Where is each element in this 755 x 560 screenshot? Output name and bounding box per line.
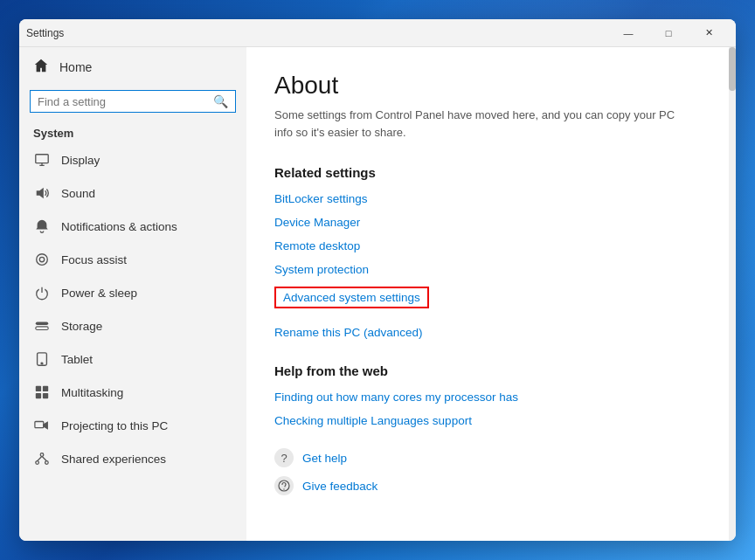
sidebar-item-power[interactable]: Power & sleep (19, 276, 246, 309)
window-title: Settings (26, 27, 608, 39)
related-settings-section: Related settings BitLocker settings Devi… (274, 165, 701, 339)
focus-icon (33, 251, 51, 268)
bitlocker-link[interactable]: BitLocker settings (274, 192, 701, 205)
svg-point-17 (45, 461, 49, 465)
svg-line-19 (42, 456, 46, 460)
sound-label: Sound (61, 187, 95, 200)
multitasking-icon (33, 384, 51, 401)
feedback-label: Give feedback (302, 480, 378, 493)
svg-rect-7 (36, 327, 48, 330)
advanced-system-link[interactable]: Advanced system settings (274, 287, 429, 308)
svg-marker-3 (37, 188, 44, 199)
svg-rect-11 (43, 386, 48, 391)
sidebar-item-home[interactable]: Home (19, 47, 246, 86)
help-section: Help from the web Finding out how many c… (274, 363, 701, 427)
svg-rect-6 (36, 322, 48, 326)
feedback-icon (274, 476, 294, 495)
sidebar-item-multitasking[interactable]: Multitasking (19, 376, 246, 409)
remote-desktop-link[interactable]: Remote desktop (274, 239, 701, 252)
bottom-links: ? Get help Give feedback (274, 448, 701, 495)
settings-window: Settings — □ ✕ Home 🔍 (19, 19, 736, 541)
svg-rect-12 (36, 393, 41, 398)
display-icon (33, 151, 51, 169)
projecting-icon (33, 417, 51, 434)
svg-rect-13 (43, 393, 48, 398)
svg-point-5 (39, 257, 44, 261)
content-area: Home 🔍 System Display (19, 47, 736, 541)
minimize-button[interactable]: — (608, 19, 648, 47)
rename-pc-link[interactable]: Rename this PC (advanced) (274, 326, 701, 339)
search-input[interactable] (38, 95, 208, 108)
multitasking-label: Multitasking (61, 386, 123, 399)
svg-rect-0 (36, 155, 48, 163)
notifications-icon (33, 218, 51, 235)
search-icon: 🔍 (213, 94, 228, 108)
get-help-link[interactable]: ? Get help (274, 448, 701, 467)
display-label: Display (61, 154, 100, 167)
related-settings-header: Related settings (274, 165, 701, 180)
main-panel: About Some settings from Control Panel h… (246, 47, 729, 541)
get-help-icon: ? (274, 448, 294, 467)
sidebar-item-sound[interactable]: Sound (19, 176, 246, 210)
svg-rect-14 (35, 422, 44, 428)
sidebar-item-shared[interactable]: Shared experiences (19, 442, 246, 475)
sidebar: Home 🔍 System Display (19, 47, 246, 541)
scrollbar-thumb[interactable] (729, 47, 736, 91)
storage-label: Storage (61, 320, 102, 333)
sidebar-item-tablet[interactable]: Tablet (19, 342, 246, 376)
maximize-button[interactable]: □ (648, 19, 689, 47)
sidebar-item-display[interactable]: Display (19, 143, 246, 176)
storage-icon (33, 317, 51, 335)
system-section-header: System (19, 120, 246, 143)
feedback-link[interactable]: Give feedback (274, 476, 701, 495)
svg-line-18 (38, 456, 42, 460)
cores-link[interactable]: Finding out how many cores my processor … (274, 391, 701, 404)
svg-point-15 (40, 453, 44, 457)
sidebar-item-focus[interactable]: Focus assist (19, 243, 246, 276)
window-controls: — □ ✕ (608, 19, 729, 47)
close-button[interactable]: ✕ (689, 19, 729, 47)
titlebar: Settings — □ ✕ (19, 19, 736, 47)
get-help-label: Get help (302, 452, 347, 465)
page-subtitle: Some settings from Control Panel have mo… (274, 107, 694, 141)
languages-link[interactable]: Checking multiple Languages support (274, 414, 701, 427)
home-icon (33, 58, 49, 76)
scrollbar-track[interactable] (729, 47, 736, 541)
projecting-label: Projecting to this PC (61, 419, 168, 432)
notifications-label: Notifications & actions (61, 220, 177, 233)
focus-label: Focus assist (61, 253, 127, 266)
svg-point-9 (41, 363, 43, 364)
search-box[interactable]: 🔍 (30, 90, 236, 113)
page-title: About (274, 72, 701, 100)
device-manager-link[interactable]: Device Manager (274, 216, 701, 229)
sound-icon (33, 184, 51, 202)
system-protection-link[interactable]: System protection (274, 263, 701, 276)
tablet-icon (33, 350, 51, 368)
sidebar-item-notifications[interactable]: Notifications & actions (19, 210, 246, 243)
sidebar-item-projecting[interactable]: Projecting to this PC (19, 409, 246, 442)
svg-point-16 (36, 461, 39, 465)
power-icon (33, 284, 51, 301)
home-label: Home (59, 60, 92, 74)
shared-icon (33, 450, 51, 467)
help-section-header: Help from the web (274, 363, 701, 378)
svg-point-4 (37, 254, 48, 266)
shared-label: Shared experiences (61, 453, 166, 466)
power-label: Power & sleep (61, 287, 137, 300)
sidebar-item-storage[interactable]: Storage (19, 309, 246, 342)
svg-point-21 (283, 488, 284, 489)
svg-rect-10 (36, 386, 41, 391)
tablet-label: Tablet (61, 353, 93, 366)
